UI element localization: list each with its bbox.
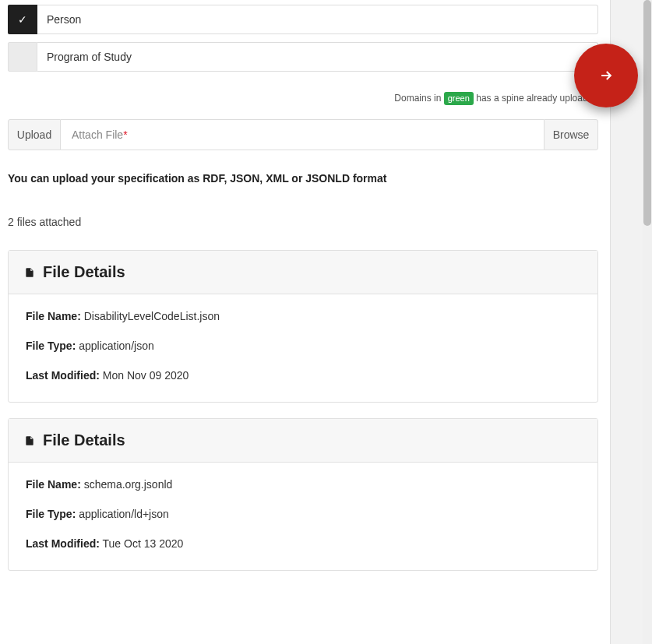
card-header: File Details — [9, 251, 597, 294]
file-type-label: File Type: — [26, 508, 76, 520]
check-icon[interactable] — [8, 42, 37, 72]
file-name-row: File Name: DisabilityLevelCodeList.json — [26, 310, 580, 322]
card-title: File Details — [43, 263, 125, 281]
file-icon — [24, 266, 35, 280]
domain-row-person[interactable]: ✓ Person — [8, 5, 598, 34]
main-content: ✓ Person Program of Study Domains in gre… — [0, 0, 606, 594]
required-asterisk: * — [123, 128, 127, 141]
file-details-card: File Details File Name: schema.org.jsonl… — [8, 418, 598, 571]
file-icon — [24, 434, 35, 448]
domain-input[interactable]: Person — [37, 5, 598, 34]
file-type-row: File Type: application/ld+json — [26, 508, 580, 520]
domain-input[interactable]: Program of Study — [37, 42, 598, 72]
hint-prefix: Domains in — [394, 93, 441, 104]
last-modified-value: Tue Oct 13 2020 — [103, 537, 184, 550]
scrollbar-track[interactable] — [643, 0, 652, 644]
file-type-row: File Type: application/json — [26, 340, 580, 352]
domain-label: Program of Study — [47, 51, 132, 63]
attach-placeholder: Attach File — [72, 128, 123, 141]
upload-info-text: You can upload your specification as RDF… — [8, 172, 598, 185]
last-modified-value: Mon Nov 09 2020 — [103, 369, 189, 382]
file-type-value: application/ld+json — [79, 508, 169, 520]
last-modified-label: Last Modified: — [26, 537, 100, 550]
last-modified-row: Last Modified: Mon Nov 09 2020 — [26, 369, 580, 382]
domain-row-program[interactable]: Program of Study — [8, 42, 598, 72]
browse-button[interactable]: Browse — [544, 119, 598, 150]
green-badge: green — [444, 92, 474, 105]
domain-label: Person — [47, 13, 81, 26]
card-body: File Name: schema.org.jsonld File Type: … — [9, 463, 597, 570]
card-header: File Details — [9, 419, 597, 463]
check-icon[interactable]: ✓ — [8, 5, 37, 34]
file-type-label: File Type: — [26, 340, 76, 352]
file-name-row: File Name: schema.org.jsonld — [26, 478, 580, 491]
upload-row: Upload Attach File* Browse — [8, 119, 598, 150]
attached-count: 2 files attached — [8, 216, 598, 228]
next-button[interactable] — [574, 44, 638, 107]
card-body: File Name: DisabilityLevelCodeList.json … — [9, 294, 597, 402]
last-modified-row: Last Modified: Tue Oct 13 2020 — [26, 537, 580, 550]
upload-label: Upload — [8, 119, 61, 150]
card-title: File Details — [43, 431, 125, 449]
file-type-value: application/json — [79, 340, 154, 352]
file-details-card: File Details File Name: DisabilityLevelC… — [8, 250, 598, 403]
file-name-value: DisabilityLevelCodeList.json — [84, 310, 220, 322]
file-name-value: schema.org.jsonld — [84, 478, 173, 491]
arrow-right-icon — [598, 68, 614, 83]
scrollbar-thumb[interactable] — [643, 0, 651, 226]
file-name-label: File Name: — [26, 478, 81, 491]
spine-hint: Domains in green has a spine already upl… — [8, 92, 598, 105]
file-name-label: File Name: — [26, 310, 81, 322]
last-modified-label: Last Modified: — [26, 369, 100, 382]
attach-file-input[interactable]: Attach File* — [61, 119, 544, 150]
